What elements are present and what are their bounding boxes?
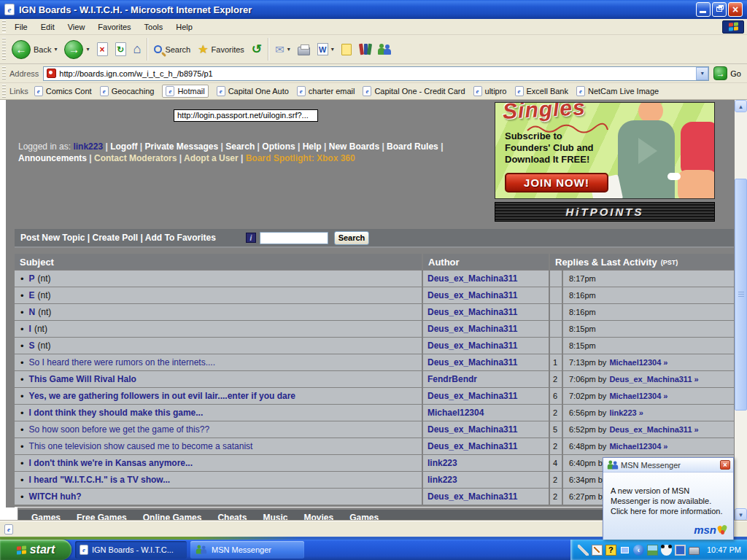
author-link[interactable]: FendrBendr: [427, 374, 477, 384]
board-nav-link[interactable]: New Boards: [329, 141, 387, 152]
popup-close-button[interactable]: ×: [720, 460, 730, 470]
topic-link[interactable]: I dont think they should make this game.…: [29, 408, 204, 418]
topic-link[interactable]: I don't think we're in Kansas anymore...: [29, 458, 193, 468]
forward-dropdown-icon[interactable]: ▾: [86, 46, 89, 52]
author-link[interactable]: Deus_ex_Machina311: [427, 391, 517, 401]
toolbar-grip[interactable]: [2, 38, 6, 61]
topic-link[interactable]: This Game Will Rival Halo: [29, 374, 136, 384]
last-poster-link[interactable]: Deus_ex_Machina311 »: [609, 425, 698, 434]
footer-link[interactable]: Cheats: [217, 513, 247, 521]
computer-tray-icon[interactable]: [675, 545, 686, 556]
author-link[interactable]: Deus_ex_Machina311: [427, 357, 517, 368]
header-subject[interactable]: Subject: [15, 254, 422, 270]
forum-search-button[interactable]: Search: [334, 231, 369, 245]
forum-action-link[interactable]: Post New Topic: [20, 233, 92, 243]
back-dropdown-icon[interactable]: ▾: [54, 46, 57, 52]
edit-notes-button[interactable]: [338, 42, 355, 57]
board-nav-link[interactable]: Adopt a User: [184, 153, 246, 163]
topic-link[interactable]: I heard "W.I.T.C.H." is a TV show...: [29, 475, 171, 485]
author-link[interactable]: Deus_ex_Machina311: [427, 290, 517, 300]
search-button[interactable]: Search: [150, 44, 194, 55]
menu-item[interactable]: Edit: [34, 20, 61, 34]
scroll-down-button[interactable]: ▾: [735, 508, 747, 521]
address-input[interactable]: [59, 68, 696, 79]
topic-link[interactable]: So I heard there were rumors on the inte…: [29, 357, 215, 368]
print-button[interactable]: [294, 42, 314, 57]
minimize-button[interactable]: [696, 2, 711, 17]
printer-tray-icon[interactable]: [689, 547, 700, 555]
notes-tray-icon[interactable]: [592, 545, 603, 556]
messenger-button[interactable]: [374, 42, 395, 57]
links-bar-item[interactable]: e Capital One Auto: [217, 86, 289, 96]
topic-link[interactable]: I: [29, 324, 31, 334]
close-button[interactable]: ×: [728, 2, 743, 17]
links-bar-item[interactable]: e ultipro: [473, 86, 507, 96]
author-link[interactable]: Deus_ex_Machina311: [427, 324, 517, 334]
topic-link[interactable]: Yes, we are gathering followers in out e…: [29, 391, 295, 401]
refresh-button[interactable]: ↻: [112, 41, 130, 58]
footer-link[interactable]: Movies: [303, 513, 333, 521]
popup-body[interactable]: A new version of MSN Messenger is now av…: [603, 472, 733, 540]
board-nav-link[interactable]: Contact Moderators: [94, 153, 184, 163]
forum-search-input[interactable]: [260, 232, 328, 244]
scrollbar-thumb[interactable]: [735, 179, 747, 411]
go-button[interactable]: → Go: [713, 66, 741, 80]
author-link[interactable]: Deus_ex_Machina311: [427, 424, 517, 435]
footer-link[interactable]: Free Games: [77, 513, 127, 521]
start-button[interactable]: start: [0, 540, 71, 560]
last-poster-link[interactable]: Michael12304 »: [609, 442, 667, 451]
mail-button[interactable]: ✉ ▾: [271, 42, 294, 58]
picture-tray-icon[interactable]: [647, 545, 658, 556]
board-nav-link[interactable]: Private Messages: [144, 141, 225, 152]
word-dropdown-icon[interactable]: ▾: [331, 46, 334, 52]
menu-item[interactable]: Help: [169, 20, 199, 34]
board-nav-link[interactable]: Search: [225, 141, 262, 152]
address-dropdown-button[interactable]: ▾: [696, 67, 708, 80]
back-button[interactable]: ← Back ▾: [8, 39, 61, 61]
help-tray-icon[interactable]: ?: [605, 545, 616, 556]
mail-dropdown-icon[interactable]: ▾: [287, 46, 290, 52]
join-now-button[interactable]: JOIN NOW!: [505, 173, 608, 192]
scroll-up-button[interactable]: ▴: [735, 100, 747, 112]
topic-link[interactable]: P: [29, 273, 35, 284]
header-replies[interactable]: Replies & Last Activity (PST): [550, 254, 734, 270]
forum-action-link[interactable]: Create Poll: [92, 233, 144, 243]
toolbar-grip[interactable]: [2, 66, 6, 81]
author-link[interactable]: Deus_ex_Machina311: [427, 491, 517, 502]
links-bar-item[interactable]: e Hotmail: [162, 85, 208, 98]
links-bar-item[interactable]: e Excell Bank: [515, 86, 568, 96]
window-arrow-tray-icon[interactable]: [619, 545, 630, 556]
topic-link[interactable]: E: [29, 290, 35, 300]
board-nav-link[interactable]: Announcements: [18, 153, 94, 163]
links-bar-item[interactable]: e NetCam Live Image: [576, 86, 659, 96]
username-link[interactable]: link223: [73, 141, 103, 152]
links-bar-item[interactable]: e Capital One - Credit Card: [363, 86, 465, 96]
topic-link[interactable]: So how soon before we get the game of th…: [29, 424, 210, 435]
clock[interactable]: 10:47 PM: [707, 545, 741, 554]
last-poster-link[interactable]: link223 »: [609, 408, 643, 417]
links-bar-item[interactable]: e Comics Cont: [34, 86, 92, 96]
toolbar-grip[interactable]: [2, 85, 6, 98]
forward-button[interactable]: → ▾: [61, 39, 93, 61]
author-link[interactable]: link223: [427, 458, 457, 468]
links-bar-item[interactable]: e charter email: [297, 86, 355, 96]
header-author[interactable]: Author: [423, 254, 549, 270]
board-nav-link[interactable]: Logoff: [110, 141, 144, 152]
author-link[interactable]: Deus_ex_Machina311: [427, 307, 517, 317]
ad-banner[interactable]: Singles Subscribe to Founders' Club and …: [495, 102, 715, 199]
taskbar-task-ign[interactable]: e IGN Boards - W.I.T.C...: [75, 541, 187, 559]
hide-icons-chevron[interactable]: ‹: [633, 545, 644, 556]
menu-item[interactable]: File: [8, 20, 34, 34]
forum-action-link[interactable]: Add To Favorites: [145, 233, 216, 243]
author-link[interactable]: link223: [427, 475, 457, 485]
board-nav-link[interactable]: Board Rules: [387, 141, 443, 152]
board-nav-link[interactable]: Help: [303, 141, 329, 152]
author-link[interactable]: Deus_ex_Machina311: [427, 341, 517, 351]
board-nav-link[interactable]: Options: [262, 141, 302, 152]
panda-tray-icon[interactable]: [661, 545, 672, 556]
footer-link[interactable]: Games: [31, 513, 61, 521]
hitpoints-banner[interactable]: HiTPOINTS: [495, 202, 715, 222]
topic-link[interactable]: This one television show caused me to be…: [29, 441, 253, 451]
last-poster-link[interactable]: Michael12304 »: [609, 392, 667, 400]
menu-item[interactable]: View: [61, 20, 92, 34]
